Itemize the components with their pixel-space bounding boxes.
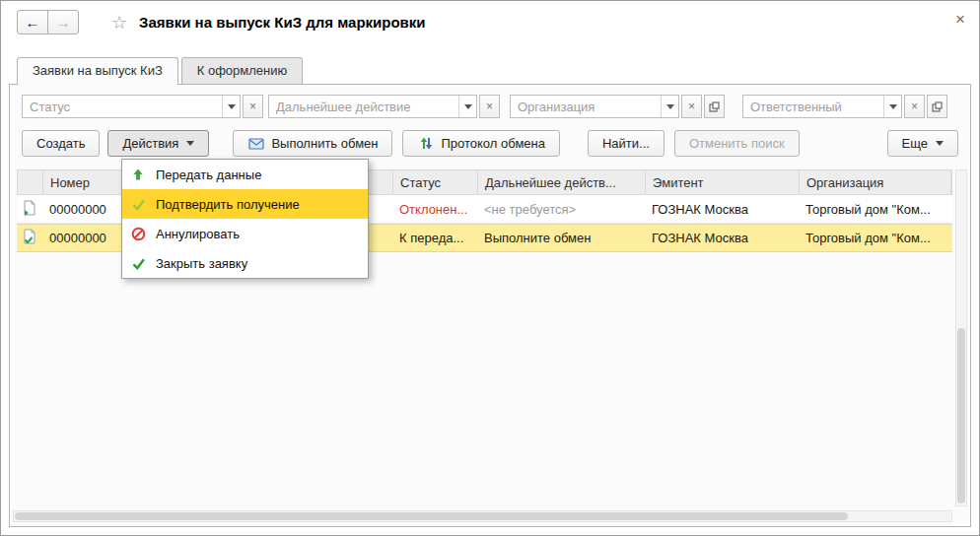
cell-next-action: Выполните обмен — [477, 231, 645, 245]
nav-buttons: ← → — [17, 10, 79, 34]
actions-button[interactable]: Действия — [107, 130, 209, 157]
menu-item-zakryt-zayavku[interactable]: Закрыть заявку — [122, 248, 368, 278]
document-check-icon — [23, 229, 36, 247]
tab-k-oformleniyu[interactable]: К оформлению — [181, 57, 304, 84]
header-emitent[interactable]: Эмитент — [646, 170, 800, 194]
organization-filter: × — [510, 95, 725, 118]
chevron-down-icon[interactable] — [661, 96, 678, 117]
chevron-down-icon[interactable] — [883, 96, 901, 117]
find-button[interactable]: Найти... — [588, 130, 665, 157]
check-icon — [129, 195, 147, 213]
clear-icon[interactable]: × — [479, 95, 500, 118]
clear-icon[interactable]: × — [681, 95, 702, 118]
menu-item-label: Подтвердить получение — [156, 197, 300, 212]
vertical-scrollbar[interactable] — [955, 169, 967, 506]
back-button[interactable]: ← — [17, 10, 48, 34]
toolbar: Создать Действия Выполнить обмен Протоко… — [22, 130, 958, 157]
responsible-filter-input[interactable] — [743, 96, 883, 117]
close-icon[interactable]: × — [955, 10, 965, 30]
chevron-down-icon[interactable] — [458, 96, 476, 117]
menu-item-label: Передать данные — [156, 168, 261, 182]
cell-status: К переда... — [392, 231, 477, 245]
header-organization[interactable]: Организация — [800, 170, 951, 194]
next-action-filter: × — [268, 95, 500, 118]
chevron-down-icon — [936, 141, 944, 146]
document-icon — [23, 200, 36, 219]
clear-icon[interactable]: × — [904, 95, 925, 118]
arrow-up-icon — [129, 166, 147, 183]
forward-arrow-icon: → — [56, 14, 71, 31]
cell-status: Отклонен... — [392, 202, 477, 217]
clear-icon[interactable]: × — [243, 95, 263, 118]
cell-organization: Торговый дом "Ком... — [799, 231, 952, 245]
vertical-scrollbar-thumb[interactable] — [957, 328, 965, 503]
menu-item-peredat-dannye[interactable]: Передать данные — [122, 160, 368, 189]
open-icon[interactable] — [704, 95, 725, 118]
check-green-icon — [129, 254, 147, 272]
exchange-protocol-button[interactable]: Протокол обмена — [402, 130, 560, 157]
menu-item-label: Аннулировать — [156, 227, 240, 241]
header-status[interactable]: Статус — [393, 170, 478, 194]
content-panel: × × × — [9, 84, 971, 527]
app-window: ← → ☆ Заявки на выпуск КиЗ для маркировк… — [0, 0, 980, 536]
cell-emitent: ГОЗНАК Москва — [645, 202, 799, 217]
tab-bar: Заявки на выпуск КиЗ К оформлению — [17, 57, 303, 84]
create-button[interactable]: Создать — [22, 130, 100, 157]
menu-item-annulirovat[interactable]: Аннулировать — [122, 219, 368, 248]
actions-dropdown-menu: Передать данные Подтвердить получение Ан… — [121, 159, 369, 279]
open-icon[interactable] — [927, 95, 947, 118]
execute-exchange-button[interactable]: Выполнить обмен — [233, 130, 392, 157]
forward-button[interactable]: → — [47, 10, 79, 34]
responsible-filter: × — [742, 95, 947, 118]
more-button[interactable]: Еще — [887, 130, 958, 157]
protocol-arrows-icon — [417, 135, 435, 153]
page-title: Заявки на выпуск КиЗ для маркировки — [139, 14, 426, 31]
chevron-down-icon[interactable] — [222, 96, 240, 117]
horizontal-scrollbar[interactable] — [13, 510, 952, 522]
back-arrow-icon: ← — [26, 14, 40, 31]
header-next-action[interactable]: Дальнейшее действ... — [478, 170, 646, 194]
horizontal-scrollbar-thumb[interactable] — [15, 512, 848, 520]
chevron-down-icon — [186, 141, 194, 146]
menu-item-label: Закрыть заявку — [156, 256, 247, 271]
menu-item-podtverdit-poluchenie[interactable]: Подтвердить получение — [122, 189, 368, 219]
filter-row: × × × — [22, 95, 958, 118]
exchange-envelope-icon — [247, 135, 265, 153]
status-filter: × — [22, 95, 263, 118]
prohibition-icon — [129, 225, 147, 242]
organization-filter-input[interactable] — [511, 96, 661, 117]
cancel-search-button[interactable]: Отменить поиск — [674, 130, 800, 157]
status-filter-input[interactable] — [23, 96, 222, 117]
cell-organization: Торговый дом "Ком... — [799, 202, 952, 217]
cell-next-action: <не требуется> — [477, 202, 645, 217]
next-action-filter-input[interactable] — [269, 96, 458, 117]
cell-emitent: ГОЗНАК Москва — [645, 231, 799, 245]
header-icon-column[interactable] — [18, 170, 43, 194]
favorite-star-icon[interactable]: ☆ — [111, 12, 127, 34]
tab-zayavki-na-vypusk[interactable]: Заявки на выпуск КиЗ — [17, 57, 178, 85]
